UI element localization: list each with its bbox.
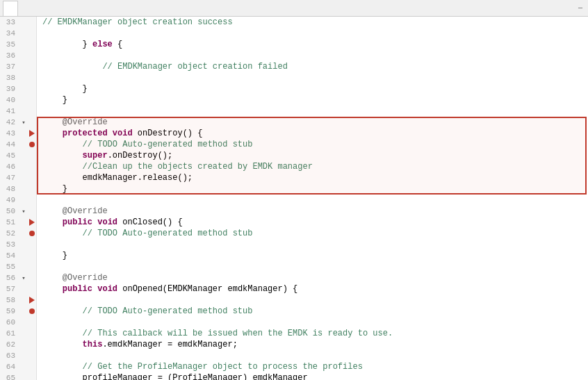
line-number: 50 — [0, 206, 19, 217]
gutter-row: 43 — [0, 128, 36, 139]
code-token: } — [42, 251, 67, 261]
fold-icon — [19, 140, 28, 149]
code-line — [42, 195, 588, 206]
gutter-row: 33 — [0, 17, 36, 28]
code-token — [42, 129, 63, 138]
code-token: void — [113, 129, 133, 138]
fold-icon — [19, 174, 28, 182]
line-number: 48 — [0, 183, 19, 195]
code-token: emdkManager.release(); — [42, 173, 193, 183]
code-token: // TODO Auto-generated method stub — [83, 306, 253, 316]
fold-icon — [19, 218, 28, 226]
breakpoint-indicator — [28, 296, 36, 304]
gutter-row: 60 — [0, 317, 36, 328]
breakpoint-indicator — [28, 240, 36, 249]
code-line: } — [42, 183, 588, 195]
gutter-row: 65 — [0, 372, 36, 380]
code-line: //Clean up the objects created by EMDK m… — [42, 161, 588, 172]
breakpoint-indicator — [28, 363, 36, 371]
code-line: public void onClosed() { — [42, 217, 588, 228]
gutter-row: 39 — [0, 83, 36, 94]
code-line: protected void onDestroy() { — [42, 128, 588, 139]
line-number: 39 — [0, 83, 19, 94]
code-token: this — [83, 340, 103, 349]
gutter-row: 51 — [0, 217, 36, 228]
code-token: .emdkManager = emdkManager; — [102, 340, 237, 349]
line-number: 52 — [0, 228, 19, 239]
line-number: 56 — [0, 272, 19, 283]
fold-icon — [19, 40, 28, 49]
code-token: super — [83, 151, 108, 160]
code-token: //Clean up the objects created by EMDK m… — [83, 162, 313, 172]
fold-icon[interactable]: ▾ — [19, 207, 28, 215]
code-token — [42, 284, 63, 294]
gutter-row: 54 — [0, 250, 36, 261]
code-token — [42, 217, 63, 227]
line-number: 45 — [0, 150, 19, 161]
code-line — [42, 50, 588, 61]
line-number: 62 — [0, 339, 19, 350]
fold-icon[interactable]: ▾ — [19, 274, 28, 282]
code-line: @Override — [42, 272, 588, 283]
editor-tab[interactable] — [3, 1, 18, 16]
tab-bar: — — [0, 0, 588, 17]
code-token: void — [97, 217, 117, 227]
breakpoint-indicator — [28, 185, 36, 193]
code-line: // TODO Auto-generated method stub — [42, 139, 588, 150]
breakpoint-indicator — [28, 274, 36, 282]
code-line — [42, 28, 588, 39]
breakpoint-indicator — [28, 218, 36, 226]
line-number: 58 — [0, 295, 19, 306]
gutter-row: 53 — [0, 239, 36, 250]
gutter-row: 62 — [0, 339, 36, 350]
gutter-row: 50▾ — [0, 206, 36, 217]
breakpoint-indicator — [28, 140, 36, 149]
editor-container: — 33343536373839404142▾4344454647484950▾… — [0, 0, 588, 380]
breakpoint-indicator — [28, 129, 36, 138]
breakpoint-indicator — [28, 196, 36, 204]
fold-icon — [19, 251, 28, 260]
breakpoint-indicator — [28, 263, 36, 271]
code-line — [42, 72, 588, 83]
code-token: // This callback will be issued when the… — [83, 329, 393, 338]
code-token: @Override — [42, 206, 108, 216]
code-line: } — [42, 94, 588, 106]
line-number: 34 — [0, 28, 19, 39]
fold-icon[interactable]: ▾ — [19, 118, 28, 126]
code-token — [42, 162, 83, 172]
gutter-row: 63 — [0, 350, 36, 361]
fold-icon — [19, 374, 28, 380]
line-number: 54 — [0, 250, 19, 261]
code-token: // EMDKManager object creation failed — [102, 62, 287, 72]
fold-icon — [19, 363, 28, 371]
line-number: 44 — [0, 139, 19, 150]
code-token — [42, 340, 83, 349]
code-line: } — [42, 83, 588, 94]
gutter-row: 38 — [0, 72, 36, 83]
breakpoint-indicator — [28, 229, 36, 238]
line-number: 46 — [0, 161, 19, 172]
fold-icon — [19, 151, 28, 160]
line-number: 65 — [0, 372, 19, 380]
breakpoint-indicator — [28, 207, 36, 215]
restore-button[interactable]: — — [575, 4, 585, 12]
code-token — [42, 306, 83, 316]
gutter-row: 35 — [0, 39, 36, 50]
line-number: 49 — [0, 195, 19, 206]
code-line — [42, 239, 588, 250]
gutter-row: 41 — [0, 106, 36, 117]
fold-icon — [19, 307, 28, 315]
line-number: 40 — [0, 94, 19, 106]
fold-icon — [19, 352, 28, 360]
code-token: .onDestroy(); — [108, 151, 173, 160]
breakpoint-indicator — [28, 51, 36, 60]
code-token: } — [42, 95, 67, 105]
fold-icon — [19, 163, 28, 171]
line-number: 36 — [0, 50, 19, 61]
code-token — [42, 151, 83, 160]
code-token: } — [42, 84, 88, 94]
line-number: 63 — [0, 350, 19, 361]
code-line: super.onDestroy(); — [42, 150, 588, 161]
code-token: // TODO Auto-generated method stub — [83, 229, 253, 238]
code-token: // EMDKManager object creation success — [42, 17, 233, 27]
